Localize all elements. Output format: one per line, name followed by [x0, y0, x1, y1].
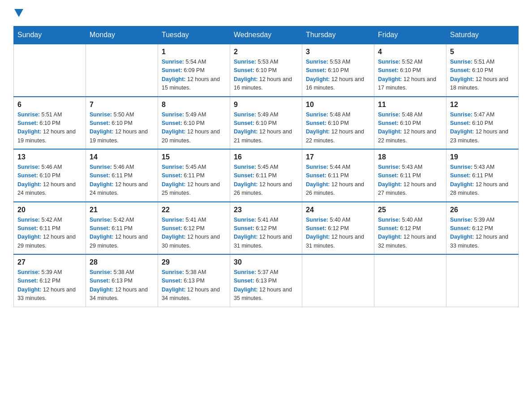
- sunset-label: Sunset:: [17, 120, 38, 126]
- day-info: Sunrise: 5:41 AMSunset: 6:12 PMDaylight:…: [162, 216, 226, 251]
- day-info: Sunrise: 5:37 AMSunset: 6:13 PMDaylight:…: [234, 268, 298, 303]
- calendar-cell: 5Sunrise: 5:51 AMSunset: 6:10 PMDaylight…: [446, 44, 519, 97]
- day-number: 5: [450, 48, 515, 56]
- day-number: 18: [378, 153, 442, 161]
- sunset-label: Sunset:: [450, 67, 471, 73]
- sunrise-label: Sunrise:: [306, 164, 328, 170]
- day-number: 17: [306, 153, 370, 161]
- sunrise-label: Sunrise:: [450, 59, 472, 65]
- weekday-header-friday: Friday: [374, 26, 446, 44]
- day-number: 8: [162, 101, 226, 109]
- day-info: Sunrise: 5:54 AMSunset: 6:09 PMDaylight:…: [162, 58, 226, 93]
- calendar-cell: 23Sunrise: 5:41 AMSunset: 6:12 PMDayligh…: [230, 202, 302, 255]
- sunset-label: Sunset:: [378, 67, 399, 73]
- sunrise-label: Sunrise:: [450, 111, 472, 118]
- day-info: Sunrise: 5:46 AMSunset: 6:11 PMDaylight:…: [90, 163, 154, 198]
- daylight-label: Daylight:: [234, 181, 257, 188]
- sunrise-label: Sunrise:: [162, 111, 184, 118]
- sunset-label: Sunset:: [162, 225, 182, 231]
- week-row-5: 27Sunrise: 5:39 AMSunset: 6:12 PMDayligh…: [14, 254, 519, 307]
- daylight-label: Daylight:: [450, 181, 474, 188]
- daylight-label: Daylight:: [162, 181, 185, 188]
- daylight-label: Daylight:: [162, 128, 185, 135]
- day-number: 11: [378, 101, 442, 109]
- daylight-label: Daylight:: [234, 76, 257, 82]
- daylight-label: Daylight:: [90, 287, 113, 293]
- sunrise-label: Sunrise:: [17, 269, 40, 275]
- sunrise-label: Sunrise:: [17, 164, 40, 170]
- daylight-label: Daylight:: [17, 234, 41, 240]
- sunset-label: Sunset:: [234, 225, 254, 231]
- day-number: 14: [90, 153, 154, 161]
- calendar-cell: 12Sunrise: 5:47 AMSunset: 6:10 PMDayligh…: [446, 97, 519, 150]
- sunset-label: Sunset:: [450, 172, 471, 179]
- sunset-label: Sunset:: [17, 172, 38, 179]
- sunrise-label: Sunrise:: [450, 164, 472, 170]
- sunrise-label: Sunrise:: [90, 217, 112, 223]
- day-number: 7: [90, 101, 154, 109]
- day-number: 26: [450, 206, 515, 214]
- calendar-cell: 1Sunrise: 5:54 AMSunset: 6:09 PMDaylight…: [158, 44, 230, 97]
- calendar-cell: 3Sunrise: 5:53 AMSunset: 6:10 PMDaylight…: [302, 44, 374, 97]
- sunset-label: Sunset:: [234, 278, 254, 284]
- daylight-label: Daylight:: [90, 234, 113, 240]
- calendar-cell: 19Sunrise: 5:43 AMSunset: 6:11 PMDayligh…: [446, 149, 519, 202]
- calendar-cell: 2Sunrise: 5:53 AMSunset: 6:10 PMDaylight…: [230, 44, 302, 97]
- logo-triangle-icon: [14, 9, 23, 17]
- calendar-cell: 7Sunrise: 5:50 AMSunset: 6:10 PMDaylight…: [86, 97, 158, 150]
- calendar-cell: [446, 254, 519, 307]
- daylight-label: Daylight:: [378, 234, 402, 240]
- day-number: 25: [378, 206, 442, 214]
- day-info: Sunrise: 5:45 AMSunset: 6:11 PMDaylight:…: [234, 163, 298, 198]
- day-info: Sunrise: 5:38 AMSunset: 6:13 PMDaylight:…: [162, 268, 226, 303]
- calendar-cell: [14, 44, 86, 97]
- sunrise-label: Sunrise:: [306, 59, 328, 65]
- day-number: 12: [450, 101, 515, 109]
- daylight-label: Daylight:: [378, 76, 402, 82]
- daylight-label: Daylight:: [306, 128, 330, 135]
- daylight-label: Daylight:: [90, 181, 113, 188]
- calendar-cell: 22Sunrise: 5:41 AMSunset: 6:12 PMDayligh…: [158, 202, 230, 255]
- sunrise-label: Sunrise:: [306, 111, 328, 118]
- calendar-cell: 25Sunrise: 5:40 AMSunset: 6:12 PMDayligh…: [374, 202, 446, 255]
- calendar-cell: 13Sunrise: 5:46 AMSunset: 6:10 PMDayligh…: [14, 149, 86, 202]
- daylight-label: Daylight:: [306, 234, 330, 240]
- day-info: Sunrise: 5:40 AMSunset: 6:12 PMDaylight:…: [306, 216, 370, 251]
- sunrise-label: Sunrise:: [378, 59, 400, 65]
- calendar-cell: 11Sunrise: 5:48 AMSunset: 6:10 PMDayligh…: [374, 97, 446, 150]
- calendar-cell: [302, 254, 374, 307]
- sunset-label: Sunset:: [450, 225, 471, 231]
- daylight-label: Daylight:: [90, 128, 113, 135]
- calendar-cell: 17Sunrise: 5:44 AMSunset: 6:11 PMDayligh…: [302, 149, 374, 202]
- day-number: 28: [90, 258, 154, 266]
- sunset-label: Sunset:: [162, 278, 182, 284]
- sunrise-label: Sunrise:: [17, 111, 40, 118]
- calendar-cell: 16Sunrise: 5:45 AMSunset: 6:11 PMDayligh…: [230, 149, 302, 202]
- sunset-label: Sunset:: [306, 120, 326, 126]
- sunset-label: Sunset:: [234, 67, 254, 73]
- sunset-label: Sunset:: [306, 225, 326, 231]
- calendar-cell: 4Sunrise: 5:52 AMSunset: 6:10 PMDaylight…: [374, 44, 446, 97]
- daylight-label: Daylight:: [162, 287, 185, 293]
- calendar-cell: 29Sunrise: 5:38 AMSunset: 6:13 PMDayligh…: [158, 254, 230, 307]
- sunrise-label: Sunrise:: [234, 269, 256, 275]
- calendar-cell: [86, 44, 158, 97]
- day-info: Sunrise: 5:50 AMSunset: 6:10 PMDaylight:…: [90, 111, 154, 146]
- sunrise-label: Sunrise:: [234, 164, 256, 170]
- day-number: 19: [450, 153, 515, 161]
- day-info: Sunrise: 5:52 AMSunset: 6:10 PMDaylight:…: [378, 58, 442, 93]
- day-info: Sunrise: 5:40 AMSunset: 6:12 PMDaylight:…: [378, 216, 442, 251]
- day-info: Sunrise: 5:43 AMSunset: 6:11 PMDaylight:…: [378, 163, 442, 198]
- day-number: 30: [234, 258, 298, 266]
- weekday-header-sunday: Sunday: [14, 26, 86, 44]
- day-info: Sunrise: 5:46 AMSunset: 6:10 PMDaylight:…: [17, 163, 82, 198]
- calendar-cell: 8Sunrise: 5:49 AMSunset: 6:10 PMDaylight…: [158, 97, 230, 150]
- day-info: Sunrise: 5:53 AMSunset: 6:10 PMDaylight:…: [234, 58, 298, 93]
- sunset-label: Sunset:: [306, 67, 326, 73]
- daylight-label: Daylight:: [234, 287, 257, 293]
- day-number: 13: [17, 153, 82, 161]
- page-header: [13, 9, 519, 19]
- calendar-cell: 24Sunrise: 5:40 AMSunset: 6:12 PMDayligh…: [302, 202, 374, 255]
- sunrise-label: Sunrise:: [450, 217, 472, 223]
- calendar-cell: 10Sunrise: 5:48 AMSunset: 6:10 PMDayligh…: [302, 97, 374, 150]
